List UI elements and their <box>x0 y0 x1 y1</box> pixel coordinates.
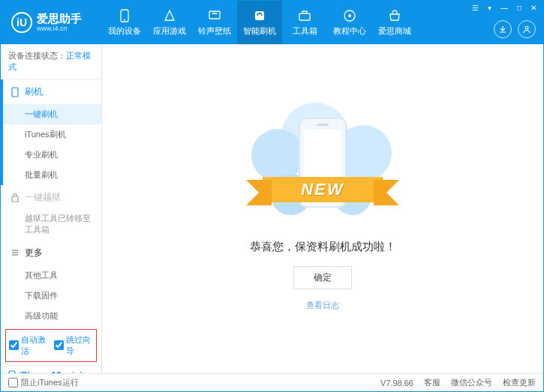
menu-button[interactable]: ☰ <box>470 4 481 12</box>
nav-apps[interactable]: 应用游戏 <box>147 1 192 44</box>
header-right <box>494 20 536 38</box>
svg-rect-2 <box>209 11 220 19</box>
checkbox-skip-guide[interactable]: 跳过向导 <box>54 334 93 357</box>
user-button[interactable] <box>518 20 536 38</box>
nav-wallpaper[interactable]: 铃声壁纸 <box>192 1 237 44</box>
sidebar-item-itunes-flash[interactable]: iTunes刷机 <box>1 124 101 145</box>
minimize-button[interactable]: — <box>498 4 510 12</box>
checkbox-block-itunes[interactable]: 阻止iTunes运行 <box>8 377 79 388</box>
list-icon <box>10 247 20 258</box>
download-button[interactable] <box>494 20 512 38</box>
new-ribbon: NEW <box>263 177 383 202</box>
sidebar-item-download-firmware[interactable]: 下载固件 <box>1 286 101 306</box>
nav-store[interactable]: 爱思商城 <box>372 1 417 44</box>
svg-rect-12 <box>9 371 15 373</box>
flash-options-highlight: 自动激活 跳过向导 <box>5 329 97 362</box>
store-icon <box>387 8 402 23</box>
jailbreak-note: 越狱工具已转移至工具箱 <box>1 210 101 241</box>
connection-status: 设备连接状态：正常模式 <box>1 44 101 79</box>
ok-button[interactable]: 确定 <box>293 266 352 289</box>
brand-subtitle: www.i4.cn <box>37 25 82 32</box>
lock-icon <box>10 193 20 203</box>
flash-icon <box>252 8 267 23</box>
nav-tutorial[interactable]: 教程中心 <box>327 1 372 44</box>
maximize-button[interactable]: □ <box>515 4 524 12</box>
success-illustration: NEW <box>240 99 405 226</box>
titlebar-controls: ☰ ▾ — □ ✕ <box>470 4 539 12</box>
main-content: NEW 恭喜您，保资料刷机成功啦！ 确定 查看日志 <box>102 44 543 373</box>
footer-update[interactable]: 检查更新 <box>503 377 536 388</box>
version-label: V7.98.66 <box>380 379 413 388</box>
svg-point-9 <box>525 26 528 29</box>
sidebar-item-batch-flash[interactable]: 批量刷机 <box>1 165 101 185</box>
apps-icon <box>162 8 177 23</box>
tutorial-icon <box>342 8 357 23</box>
svg-rect-10 <box>12 88 18 97</box>
footer-wechat[interactable]: 微信公众号 <box>451 377 492 388</box>
checkbox-auto-activate[interactable]: 自动激活 <box>9 334 48 357</box>
sidebar-item-advanced[interactable]: 高级功能 <box>1 306 101 326</box>
nav-toolbox[interactable]: 工具箱 <box>282 1 327 44</box>
app-header: iU 爱思助手 www.i4.cn 我的设备 应用游戏 铃声壁纸 智能刷机 工具… <box>1 1 543 44</box>
close-button[interactable]: ✕ <box>528 4 539 12</box>
status-bar: 阻止iTunes运行 V7.98.66 客服 微信公众号 检查更新 <box>1 373 543 391</box>
sidebar-group-jailbreak[interactable]: 一键越狱 <box>1 185 101 210</box>
sidebar-group-flash[interactable]: 刷机 <box>1 79 101 104</box>
nav-my-device[interactable]: 我的设备 <box>102 1 147 44</box>
svg-point-1 <box>124 19 125 21</box>
phone-icon <box>8 370 16 373</box>
sidebar: 设备连接状态：正常模式 刷机 一键刷机 iTunes刷机 专业刷机 批量刷机 一… <box>1 44 102 373</box>
sidebar-item-pro-flash[interactable]: 专业刷机 <box>1 145 101 165</box>
logo-icon: iU <box>11 12 32 33</box>
phone-icon <box>10 87 20 97</box>
svg-rect-3 <box>212 13 217 14</box>
svg-rect-11 <box>12 196 18 202</box>
svg-point-8 <box>348 14 351 17</box>
sidebar-group-more[interactable]: 更多 <box>1 241 101 265</box>
success-message: 恭喜您，保资料刷机成功啦！ <box>250 240 396 254</box>
wallpaper-icon <box>207 8 222 23</box>
main-nav: 我的设备 应用游戏 铃声壁纸 智能刷机 工具箱 教程中心 爱思商城 <box>102 1 417 44</box>
nav-flash[interactable]: 智能刷机 <box>237 1 282 44</box>
footer-service[interactable]: 客服 <box>424 377 440 388</box>
device-panel[interactable]: iPhone 12 mini 64GB Down-12mini-13,1 <box>1 365 101 373</box>
sidebar-item-oneclick-flash[interactable]: 一键刷机 <box>1 104 101 124</box>
dropdown-button[interactable]: ▾ <box>485 4 494 12</box>
brand-logo: iU 爱思助手 www.i4.cn <box>1 12 102 33</box>
phone-icon <box>117 8 132 23</box>
brand-name: 爱思助手 <box>37 13 82 25</box>
device-name: iPhone 12 mini <box>8 370 94 373</box>
view-log-link[interactable]: 查看日志 <box>306 300 339 311</box>
svg-rect-5 <box>299 13 310 20</box>
svg-rect-6 <box>302 11 307 13</box>
toolbox-icon <box>297 8 312 23</box>
sidebar-item-other-tools[interactable]: 其他工具 <box>1 265 101 286</box>
